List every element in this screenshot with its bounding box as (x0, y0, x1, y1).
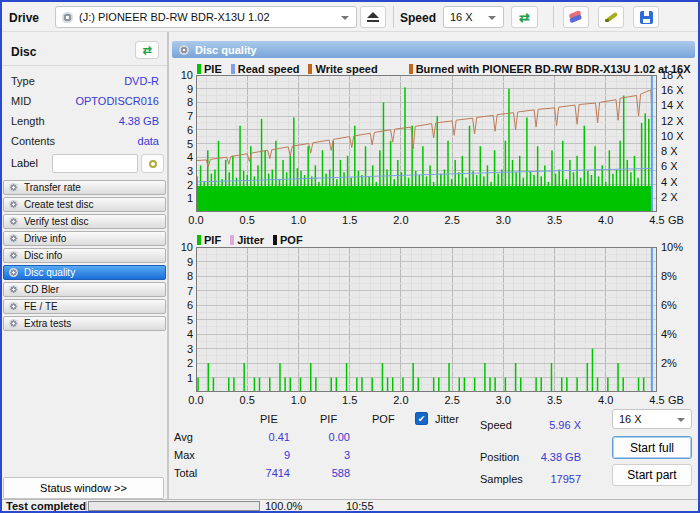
y-axis-tick: 4% (661, 328, 677, 340)
sidebar-item-verify-test-disc[interactable]: Verify test disc (3, 214, 166, 229)
y-axis-tick: 8 (170, 96, 193, 108)
start-part-button[interactable]: Start part (612, 464, 692, 486)
x-axis-tick: 0.5 (240, 214, 255, 226)
divider (86, 501, 87, 511)
disc-icon (9, 302, 18, 311)
sidebar-item-label: Create test disc (24, 199, 93, 210)
y-axis-tick: 2% (661, 357, 677, 369)
drive-select[interactable]: (J:) PIONEER BD-RW BDR-X13U 1.02 (55, 6, 357, 28)
disc-icon (9, 217, 18, 226)
disc-info-label: Contents (11, 135, 55, 147)
divider (2, 65, 167, 66)
disc-info-value: data (138, 135, 159, 147)
disc-panel: Disc ⇄ TypeDVD-RMIDOPTODISCR016Length4.3… (2, 32, 167, 499)
disc-icon (9, 285, 18, 294)
y-axis-tick: 6 (170, 124, 193, 136)
sidebar-item-drive-info[interactable]: Drive info (3, 231, 166, 246)
refresh-icon: ⇄ (142, 45, 151, 56)
save-button[interactable] (633, 6, 659, 28)
stat-avg-pie: 0.41 (230, 431, 290, 443)
drive-label: Drive (9, 11, 39, 25)
eraser-icon (567, 9, 584, 25)
x-axis-tick: 3.5 (547, 214, 562, 226)
y-axis-tick: 9 (170, 83, 193, 95)
drive-select-value: (J:) PIONEER BD-RW BDR-X13U 1.02 (79, 11, 270, 23)
refresh-button[interactable]: ⇄ (511, 6, 538, 28)
disc-info-value: DVD-R (124, 75, 159, 87)
sidebar-item-fe-te[interactable]: FE / TE (3, 299, 166, 314)
x-axis-tick: 1.5 (342, 394, 357, 406)
sidebar-item-label: Drive info (24, 233, 66, 244)
disc-info-rows: TypeDVD-RMIDOPTODISCR016Length4.38 GBCon… (2, 72, 167, 152)
position-stat-label: Position (480, 451, 519, 463)
disc-icon (179, 45, 189, 55)
elapsed-time: 10:55 (346, 500, 374, 512)
y-axis-tick: 7 (170, 285, 193, 297)
disc-info-label: MID (11, 95, 31, 107)
sidebar-item-cd-bler[interactable]: CD Bler (3, 282, 166, 297)
y-axis-tick: 6 X (661, 160, 678, 172)
jitter-checkbox[interactable]: ✔ (415, 412, 428, 425)
save-icon (640, 11, 653, 24)
col-header-pof: POF (372, 413, 395, 425)
label-input[interactable] (52, 154, 138, 173)
sidebar-item-label: Extra tests (24, 318, 71, 329)
label-row: Label (2, 154, 167, 174)
samples-stat-label: Samples (480, 473, 523, 485)
x-axis-tick: 1.0 (291, 394, 306, 406)
disc-icon (9, 200, 18, 209)
panel-title-bar: Disc quality (172, 41, 695, 58)
y-axis-tick: 16 X (661, 84, 684, 96)
x-axis-tick: 3.0 (496, 394, 511, 406)
y-axis-tick: 5 (170, 314, 193, 326)
legend-label: Write speed (315, 63, 377, 75)
x-axis-tick: 3.5 (547, 394, 562, 406)
disc-icon (9, 251, 18, 260)
x-axis-tick: 1.5 (342, 214, 357, 226)
col-header-pie: PIE (260, 413, 278, 425)
pen-tool-button[interactable] (598, 6, 624, 28)
pen-icon (604, 10, 618, 24)
scan-speed-select[interactable]: 16 X (612, 409, 692, 429)
legend-swatch (197, 235, 201, 245)
x-axis-tick: 0.5 (240, 394, 255, 406)
speed-select[interactable]: 16 X (443, 6, 504, 28)
chevron-down-icon (488, 16, 496, 20)
sidebar-item-create-test-disc[interactable]: Create test disc (3, 197, 166, 212)
chevron-down-icon (677, 418, 685, 422)
x-axis-tick: 4.0 (598, 214, 613, 226)
legend-label: Jitter (237, 234, 264, 246)
status-bar: Test completed 100.0% 10:55 (2, 499, 698, 511)
drive-icon (62, 12, 73, 23)
erase-disc-button[interactable] (563, 6, 589, 28)
y-axis-tick: 2 (170, 179, 193, 191)
y-axis-tick: 4 (170, 151, 193, 163)
sidebar-item-label: Verify test disc (24, 216, 88, 227)
sidebar-item-extra-tests[interactable]: Extra tests (3, 316, 166, 331)
speed-axis: 18 X16 X14 X12 X10 X8 X6 X4 X2 X (661, 75, 695, 212)
y-axis-tick: 9 (170, 256, 193, 268)
x-axis-tick: 2.5 (444, 394, 459, 406)
legend-label: Read speed (238, 63, 300, 75)
eject-button[interactable] (360, 6, 386, 28)
status-window-button[interactable]: Status window >> (3, 477, 164, 499)
disc-info-label: Type (11, 75, 35, 87)
sidebar: Transfer rateCreate test discVerify test… (3, 180, 166, 333)
sidebar-item-disc-info[interactable]: Disc info (3, 248, 166, 263)
y-axis-tick: 10 X (661, 130, 684, 142)
x-axis-tick: 4.0 (598, 394, 613, 406)
start-full-button[interactable]: Start full (612, 436, 692, 459)
sidebar-item-transfer-rate[interactable]: Transfer rate (3, 180, 166, 195)
disc-refresh-button[interactable]: ⇄ (135, 41, 159, 59)
speed-stat-label: Speed (480, 419, 512, 431)
label-field-label: Label (11, 157, 38, 169)
x-axis-tick: 4.5 (649, 394, 664, 406)
jitter-checkbox-label: Jitter (435, 413, 459, 425)
label-apply-button[interactable] (141, 154, 164, 173)
sidebar-item-disc-quality[interactable]: Disc quality (3, 265, 166, 280)
toolbar-separator (553, 6, 554, 28)
y-axis-tick: 8 (170, 270, 193, 282)
y-axis-tick: 4 X (661, 176, 678, 188)
y-axis-tick: 10% (661, 241, 683, 253)
ring-icon (149, 160, 157, 168)
